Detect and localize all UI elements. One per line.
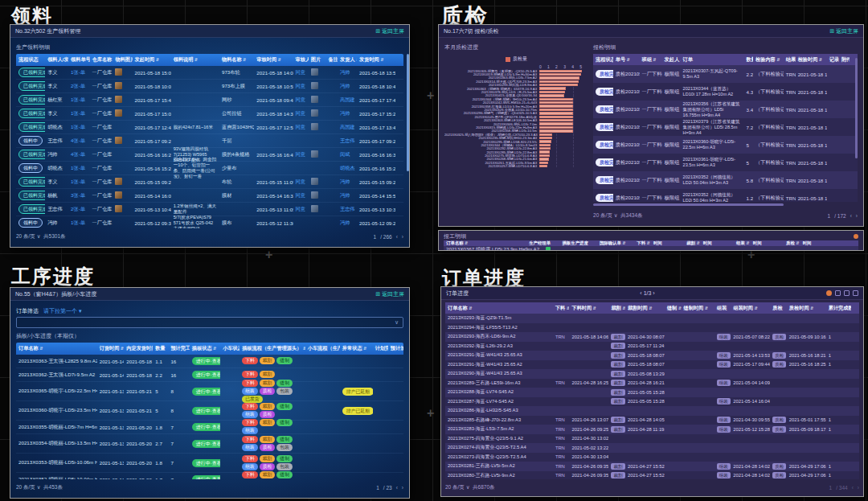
column-header[interactable]: 发起人 ⇵ — [662, 56, 681, 64]
flow-step-badge[interactable]: 包装 — [276, 444, 293, 451]
flow-step-badge[interactable]: 下料 — [242, 371, 258, 378]
shipper-link[interactable]: 冯帅 — [338, 110, 357, 117]
flow-step-badge[interactable]: 下料 — [242, 419, 258, 426]
column-header[interactable]: 时间 — [701, 240, 734, 246]
column-header[interactable]: 单号 ⇵ — [613, 56, 640, 64]
column-header[interactable]: 订单名称 ⇵ — [16, 345, 97, 352]
flow-step-badge[interactable]: 组装 — [242, 427, 258, 434]
audit-link[interactable]: 同意 — [293, 151, 309, 158]
sort-icon[interactable]: ⇵ — [677, 306, 681, 310]
sort-icon[interactable]: ⇵ — [464, 240, 469, 245]
column-header[interactable]: 仓库名称 ⇵ — [90, 56, 113, 64]
sort-icon[interactable]: ⇵ — [379, 57, 384, 62]
column-header[interactable]: 备注 — [326, 56, 338, 64]
material-thumb[interactable] — [115, 82, 122, 89]
slip-link[interactable]: 1张-单 — [68, 97, 90, 104]
sort-icon[interactable]: ⇵ — [276, 57, 281, 62]
sort-icon[interactable]: ⇵ — [645, 240, 650, 245]
panel-status-badge[interactable]: 进行中·查看 — [192, 357, 220, 365]
sort-icon[interactable]: ⇵ — [695, 240, 700, 245]
column-header[interactable]: 发货人 ⇵ — [338, 56, 357, 64]
audit-link[interactable]: 同意 — [293, 97, 309, 104]
column-header[interactable]: 时间 — [751, 240, 784, 246]
flow-step-badge[interactable]: 缝制 — [276, 357, 293, 364]
column-header[interactable]: 审核时间 ⇵ — [254, 56, 293, 64]
flow-step-badge[interactable]: 缝制 — [276, 380, 293, 387]
shipper-link[interactable]: 王志伟 — [338, 206, 357, 213]
sort-icon[interactable]: ⇵ — [301, 346, 305, 351]
column-header[interactable]: 领料人/发起人 ⇵ — [45, 56, 68, 64]
column-header[interactable]: 小车状态 — [220, 345, 240, 352]
slip-link[interactable]: 4张-单 — [68, 151, 90, 158]
sort-icon[interactable]: ⇵ — [154, 57, 159, 62]
shipper-link[interactable]: 冯帅 — [338, 220, 357, 227]
column-header[interactable]: 订单名称 ⇵ — [445, 305, 553, 312]
flow-step-badge[interactable]: 组装 — [242, 388, 258, 395]
column-header[interactable]: 质检 ⇵ — [784, 240, 800, 246]
slip-link[interactable]: 1张-单 — [68, 124, 90, 131]
audit-link[interactable]: 同意 — [293, 83, 309, 90]
sort-icon[interactable]: ⇵ — [212, 346, 217, 351]
filter-dropdown[interactable]: 请下拉第一个 ▾ — [43, 307, 81, 315]
column-header[interactable]: 裁割时间 ⇵ — [625, 305, 665, 312]
column-header[interactable]: 下料 ⇵ — [553, 305, 570, 312]
column-header[interactable]: 数量 — [744, 56, 754, 64]
column-header[interactable]: 累计完成数量 ⇵ — [826, 305, 851, 312]
column-header[interactable]: 班组 ⇵ — [640, 56, 662, 64]
column-header[interactable]: 组装时间 ⇵ — [731, 305, 770, 312]
slip-link[interactable]: 1张-单 — [68, 179, 90, 186]
flow-step-badge[interactable]: 裁割 — [260, 436, 276, 443]
sort-icon[interactable]: ⇵ — [468, 306, 473, 310]
audit-link[interactable]: 同意 — [293, 124, 309, 131]
slip-link[interactable]: 2张-单 — [68, 206, 90, 213]
material-thumb[interactable] — [115, 191, 122, 199]
column-header[interactable]: 订货时间 ⇵ — [97, 345, 125, 352]
shipper-link[interactable]: 高国建 — [338, 124, 357, 131]
orders-page-indicator[interactable]: 1/3 — [644, 290, 652, 296]
sort-icon[interactable]: ⇵ — [242, 57, 247, 62]
shipper-link[interactable]: 冯帅 — [338, 83, 357, 90]
column-header[interactable]: 结果 — [784, 56, 796, 64]
column-header[interactable]: 裁割 ⇵ — [684, 240, 701, 246]
slip-link[interactable]: 4张-单 — [68, 138, 90, 145]
column-header[interactable]: 缝制时间 ⇵ — [682, 305, 714, 312]
flow-step-badge[interactable]: 组装 — [242, 444, 258, 451]
column-header[interactable]: 下料时间 ⇵ — [569, 305, 608, 312]
sort-icon[interactable]: ⇵ — [809, 306, 814, 310]
flow-step-badge[interactable]: 包装 — [276, 388, 293, 395]
material-thumb[interactable] — [115, 205, 122, 212]
next-page-button[interactable]: › — [402, 485, 403, 491]
column-header[interactable]: 图片 — [309, 56, 326, 64]
column-header[interactable]: 缝制 ⇵ — [665, 305, 682, 312]
flow-step-badge[interactable]: 组装 — [242, 463, 258, 470]
audit-link[interactable]: 同意 — [293, 206, 309, 213]
back-to-main-button[interactable]: ⊞ 返回主屏 — [375, 290, 404, 298]
column-header[interactable]: 裁割 ⇵ — [608, 305, 625, 312]
column-header[interactable]: 组装 ⇵ — [734, 240, 751, 246]
sort-icon[interactable]: ⇵ — [39, 346, 43, 351]
sort-icon[interactable]: ⇵ — [703, 306, 708, 310]
shipper-link[interactable]: 冯帅 — [338, 192, 357, 199]
column-header[interactable]: 国际确认单 ⇵ — [597, 240, 634, 246]
current-page[interactable]: 1 — [828, 213, 831, 219]
sort-icon[interactable]: ⇵ — [795, 240, 800, 245]
slip-link[interactable]: 1张-单 — [68, 165, 90, 172]
sort-icon[interactable]: ⇵ — [355, 57, 358, 62]
page-size-select[interactable]: 20 条/页 — [16, 233, 35, 239]
record-icon[interactable] — [826, 290, 832, 296]
horizontal-scrollbar[interactable] — [593, 203, 784, 206]
sort-icon[interactable]: ⇵ — [753, 306, 758, 310]
column-header[interactable]: 质检时间 ⇵ — [787, 305, 826, 312]
order-select-input[interactable]: ∨ — [16, 317, 403, 328]
sort-icon[interactable]: ⇵ — [621, 306, 625, 310]
page-size-select[interactable]: 20 条/页 — [593, 212, 612, 218]
material-thumb[interactable] — [115, 109, 122, 117]
shipper-link[interactable]: 冯帅 — [338, 69, 357, 76]
flow-step-badge[interactable]: 已发货 — [242, 396, 262, 403]
column-header[interactable]: 下料 ⇵ — [634, 240, 651, 246]
sort-icon[interactable]: ⇵ — [776, 57, 780, 62]
next-page-button[interactable]: › — [856, 213, 858, 219]
flow-step-badge[interactable]: 下料 — [242, 436, 258, 443]
panel-status-badge[interactable]: 进行中·查看 — [192, 388, 220, 396]
flow-step-badge[interactable]: 下料 — [242, 455, 258, 462]
